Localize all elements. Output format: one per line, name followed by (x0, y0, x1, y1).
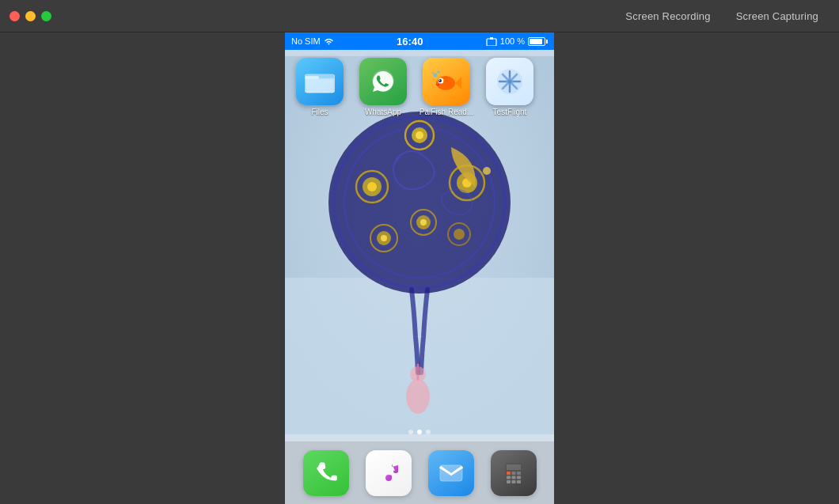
app-grid: Files WhatsApp (285, 58, 554, 116)
dock-mail-icon[interactable] (428, 450, 474, 496)
dock-calculator-icon[interactable] (491, 450, 537, 496)
dock-phone-wrapper[interactable] (303, 450, 349, 496)
close-button[interactable] (9, 11, 20, 21)
phone-screen: No SIM 16:40 100 % (285, 32, 554, 504)
svg-point-34 (438, 79, 442, 82)
titlebar-actions: Screen Recording Screen Capturing (613, 0, 831, 32)
dock-music-wrapper[interactable] (366, 450, 412, 496)
maximize-button[interactable] (41, 11, 51, 21)
status-bar-right: 100 % (486, 36, 548, 46)
app-files-wrapper[interactable]: Files (291, 58, 348, 116)
mail-icon (438, 460, 464, 486)
svg-rect-52 (511, 472, 515, 475)
wallpaper[interactable]: Files WhatsApp (285, 50, 554, 441)
battery-icon (528, 37, 548, 46)
app-testflight-icon[interactable] (486, 58, 533, 105)
svg-point-37 (437, 70, 440, 74)
screenshot-icon (486, 37, 497, 46)
page-dot-2 (417, 430, 422, 434)
svg-rect-58 (511, 480, 515, 483)
carrier-label: No SIM (291, 36, 321, 46)
svg-point-32 (436, 76, 455, 90)
page-dot-1 (408, 430, 413, 434)
status-bar-left: No SIM (291, 36, 334, 46)
svg-rect-55 (511, 476, 515, 479)
svg-rect-54 (507, 476, 511, 479)
whatsapp-icon (369, 67, 397, 96)
svg-point-18 (381, 235, 387, 241)
status-bar: No SIM 16:40 100 % (285, 32, 554, 50)
traffic-lights (9, 11, 51, 21)
dock-mail-wrapper[interactable] (428, 450, 474, 496)
phone-container: No SIM 16:40 100 % (285, 32, 554, 504)
battery-percent: 100 % (500, 36, 525, 46)
app-palfish-icon[interactable] (423, 58, 470, 105)
dock-phone-icon[interactable] (303, 450, 349, 496)
svg-point-25 (406, 379, 430, 414)
app-files-icon[interactable] (296, 58, 344, 105)
dock (285, 441, 554, 504)
svg-rect-59 (517, 480, 521, 483)
app-testflight-wrapper[interactable]: TestFlight (481, 58, 538, 116)
wifi-icon (324, 37, 334, 45)
svg-rect-53 (517, 472, 521, 475)
svg-rect-0 (487, 39, 496, 46)
page-dot-3 (426, 430, 431, 434)
svg-point-12 (367, 182, 377, 191)
dock-calculator-wrapper[interactable] (491, 450, 537, 496)
screen-recording-button[interactable]: Screen Recording (613, 0, 723, 32)
svg-rect-50 (507, 464, 521, 470)
status-time: 16:40 (397, 36, 423, 47)
svg-point-35 (439, 80, 440, 81)
svg-point-45 (508, 80, 512, 84)
app-files-label: Files (291, 108, 348, 116)
svg-point-24 (483, 167, 491, 175)
minimize-button[interactable] (25, 11, 36, 21)
svg-point-38 (432, 72, 435, 74)
testflight-icon (495, 67, 524, 96)
phone-icon (313, 460, 339, 486)
app-whatsapp-wrapper[interactable]: WhatsApp (355, 58, 412, 116)
svg-point-36 (434, 74, 438, 78)
app-whatsapp-label: WhatsApp (355, 108, 412, 116)
app-palfish-wrapper[interactable]: PalFish Read... (418, 58, 475, 116)
svg-rect-57 (507, 480, 511, 483)
dock-music-icon[interactable] (366, 450, 412, 496)
app-testflight-label: TestFlight (481, 108, 538, 116)
svg-point-23 (454, 229, 465, 240)
app-palfish-label: PalFish Read... (418, 108, 475, 116)
calculator-icon (501, 460, 526, 486)
svg-rect-51 (507, 472, 511, 475)
music-icon (376, 460, 401, 486)
palfish-icon (431, 67, 461, 96)
svg-rect-56 (517, 476, 521, 479)
svg-point-9 (416, 131, 423, 139)
svg-point-21 (420, 219, 427, 225)
titlebar: Screen Recording Screen Capturing (0, 0, 839, 32)
svg-rect-1 (490, 37, 493, 40)
app-whatsapp-icon[interactable] (359, 58, 407, 105)
folder-icon (305, 69, 335, 94)
screen-capturing-button[interactable]: Screen Capturing (723, 0, 831, 32)
page-dots (285, 430, 554, 434)
